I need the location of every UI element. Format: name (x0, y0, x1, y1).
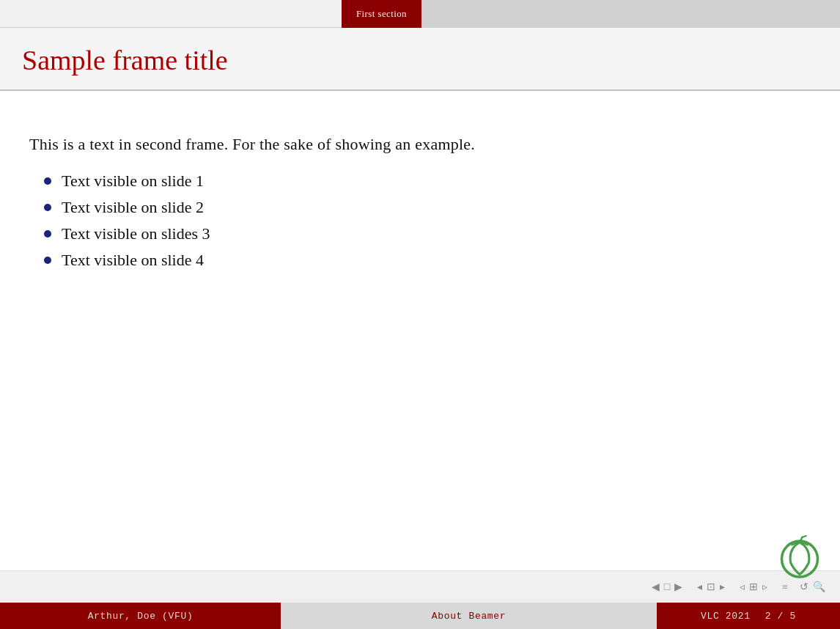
footer-left: Arthur, Doe (VFU) (0, 603, 281, 629)
logo-area (774, 531, 825, 585)
bullet-icon (44, 204, 51, 211)
section-tab: First section (342, 0, 421, 28)
bullet-list: Text visible on slide 1Text visible on s… (29, 172, 811, 277)
header-left: First section (0, 0, 421, 27)
nav-box-icon[interactable]: □ (664, 581, 670, 593)
nav-section-box-icon[interactable]: ⊡ (707, 581, 715, 593)
footer-pages: 2 / 5 (765, 611, 796, 622)
nav-subsection-right-icon[interactable]: ▹ (762, 581, 767, 593)
list-item: Text visible on slide 4 (44, 251, 811, 270)
footer-center: About Beamer (281, 603, 657, 629)
footer-author: Arthur, Doe (VFU) (88, 611, 194, 622)
footer-bar: Arthur, Doe (VFU) About Beamer VLC 2021 … (0, 603, 840, 629)
list-item: Text visible on slide 2 (44, 198, 811, 217)
bottom-controls: ◀ □ ▶ ◂ ⊡ ▸ ◃ ⊞ ▹ ≡ ↺ 🔍 (0, 570, 840, 603)
footer-event: VLC 2021 (701, 611, 751, 622)
nav-section-left-icon[interactable]: ◂ (697, 581, 702, 593)
bullet-text: Text visible on slide 4 (62, 251, 204, 270)
vlc-logo (774, 531, 825, 582)
bullet-text: Text visible on slide 1 (62, 172, 204, 191)
svg-point-0 (782, 541, 818, 577)
bullet-icon (44, 230, 51, 238)
list-item: Text visible on slide 1 (44, 172, 811, 191)
intro-text: This is a text in second frame. For the … (29, 135, 811, 154)
slide-container: First section Sample frame title This is… (0, 0, 840, 629)
frame-title: Sample frame title (22, 44, 818, 76)
nav-arrow-left-icon[interactable]: ◀ (652, 581, 660, 593)
nav-subsection-box-icon[interactable]: ⊞ (749, 581, 758, 593)
header-bar: First section (0, 0, 840, 28)
footer-title: About Beamer (432, 611, 506, 622)
title-area: Sample frame title (0, 28, 840, 91)
svg-line-2 (803, 536, 806, 537)
nav-subsection-left-icon[interactable]: ◃ (740, 581, 745, 593)
bullet-icon (44, 257, 51, 264)
list-item: Text visible on slides 3 (44, 224, 811, 243)
bullet-text: Text visible on slide 2 (62, 198, 204, 217)
nav-section-right-icon[interactable]: ▸ (720, 581, 725, 593)
footer-right: VLC 2021 2 / 5 (657, 603, 840, 629)
section-label: First section (356, 8, 407, 20)
nav-arrow-right-icon[interactable]: ▶ (674, 581, 682, 593)
header-right (421, 0, 840, 28)
main-content: This is a text in second frame. For the … (0, 91, 840, 570)
bullet-icon (44, 177, 51, 185)
bullet-text: Text visible on slides 3 (62, 224, 210, 243)
